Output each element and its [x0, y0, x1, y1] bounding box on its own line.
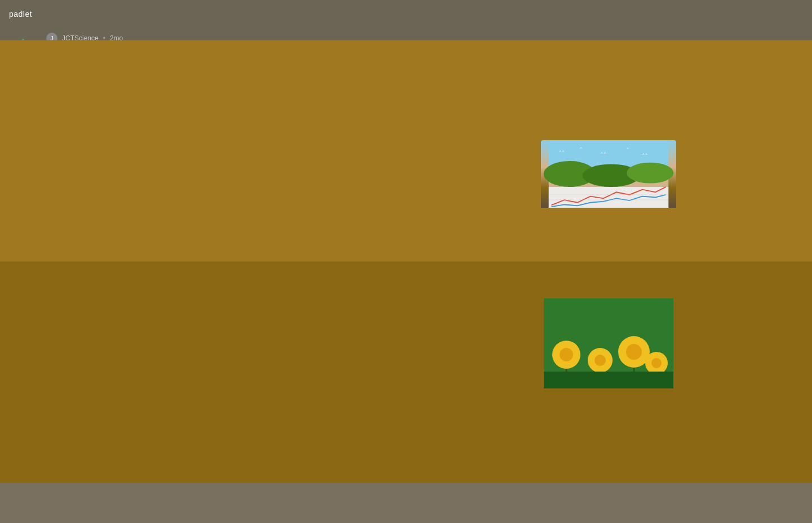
bees-image-card	[541, 298, 676, 388]
svg-point-35	[560, 348, 573, 361]
main-layout: 5. Students should be able to conduct a …	[0, 80, 812, 437]
bees-image	[541, 298, 676, 388]
svg-rect-46	[544, 372, 673, 388]
svg-point-37	[594, 355, 606, 366]
svg-point-24	[627, 162, 673, 183]
svg-text:^ ^: ^ ^	[601, 151, 606, 156]
hedgerow-image: Get involvec	[411, 309, 535, 377]
svg-point-39	[626, 344, 642, 360]
svg-rect-18	[411, 309, 535, 377]
natural-sel-svg: ^ ^ ^ ^ ^ ^ ^ ^	[541, 140, 676, 208]
svg-point-41	[651, 358, 662, 368]
hedgerow-card[interactable]: Importance of Irish Hedgerows Get involv…	[411, 291, 535, 413]
svg-text:^ ^: ^ ^	[559, 149, 565, 154]
svg-text:^ ^: ^ ^	[642, 151, 648, 157]
hedgerow-svg	[411, 309, 535, 377]
svg-text:^: ^	[580, 145, 582, 150]
column-3: Lots of ideas to explore here Website wi…	[411, 86, 535, 413]
bees-svg	[541, 298, 676, 388]
natural-selection-image: ^ ^ ^ ^ ^ ^ ^ ^	[541, 140, 676, 208]
svg-text:^: ^	[627, 146, 629, 151]
